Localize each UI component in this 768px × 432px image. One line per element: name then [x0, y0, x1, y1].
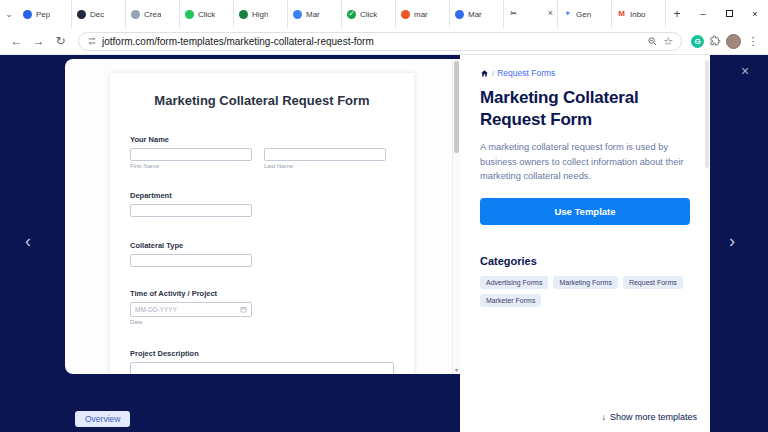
tab-favicon-icon [401, 10, 410, 19]
back-button[interactable]: ← [8, 34, 25, 48]
tab-favicon-icon [455, 10, 464, 19]
breadcrumb-separator: / [492, 69, 494, 78]
extensions-puzzle-icon[interactable] [709, 35, 721, 47]
categories-heading: Categories [480, 255, 690, 267]
browser-tab-deck[interactable]: Dec [72, 0, 126, 28]
first-name-sublabel: First Name [130, 163, 252, 169]
tab-label: Pep [36, 10, 50, 19]
browser-tab-jotform-active[interactable]: ✂ × [504, 0, 558, 28]
browser-tab-gemini[interactable]: ✦ Gen [558, 0, 612, 28]
tab-favicon-gmail-icon: M [617, 10, 626, 19]
window-maximize-button[interactable] [716, 9, 742, 19]
category-tag-advertising-forms[interactable]: Advertising Forms [480, 276, 548, 289]
window-controls: – × [690, 0, 768, 28]
forward-button[interactable]: → [30, 34, 47, 48]
browser-tab-gmail-inbox[interactable]: M Inbo [612, 0, 666, 28]
form-sheet: Marketing Collateral Request Form Your N… [110, 73, 414, 374]
tab-close-icon[interactable]: × [548, 9, 553, 18]
browser-tab-clickup[interactable]: Click [180, 0, 234, 28]
window-close-button[interactable]: × [742, 9, 768, 19]
overview-pill[interactable]: Overview [75, 411, 130, 427]
tab-favicon-scissors-icon: ✂ [509, 10, 518, 19]
tab-favicon-icon [77, 10, 86, 19]
browser-menu-icon[interactable]: ⋮ [746, 35, 760, 48]
tab-favicon-icon [131, 10, 140, 19]
template-description: A marketing collateral request form is u… [480, 140, 694, 183]
your-name-label: Your Name [130, 135, 394, 144]
breadcrumb-request-forms-link[interactable]: Request Forms [497, 68, 555, 78]
down-arrow-icon: ↓ [601, 412, 606, 422]
browser-tab-create[interactable]: Crea [126, 0, 180, 28]
new-tab-button[interactable]: + [666, 0, 688, 28]
browser-tab-marketing-2[interactable]: Mar [450, 0, 504, 28]
use-template-button[interactable]: Use Template [480, 198, 690, 225]
category-tag-marketing-forms[interactable]: Marketing Forms [553, 276, 618, 289]
show-more-label: Show more templates [610, 412, 697, 422]
browser-tab-peppertype[interactable]: Pep [18, 0, 72, 28]
preview-scrollbar[interactable]: ▾ [452, 59, 460, 374]
last-name-input[interactable] [264, 148, 386, 161]
collateral-type-label: Collateral Type [130, 241, 394, 250]
previous-template-chevron-icon[interactable]: ‹ [25, 231, 31, 252]
tab-label: Gen [576, 10, 591, 19]
tab-label: Crea [144, 10, 161, 19]
browser-chrome: ⌄ Pep Dec Crea Click High Mar ✓ Click [0, 0, 768, 55]
tab-search-chevron-icon[interactable]: ⌄ [0, 0, 18, 28]
calendar-icon [240, 306, 247, 313]
collateral-type-input[interactable] [130, 254, 252, 267]
tab-favicon-icon [185, 10, 194, 19]
first-name-input[interactable] [130, 148, 252, 161]
template-details-panel: / Request Forms Marketing Collateral Req… [460, 55, 710, 432]
tab-label: Dec [90, 10, 104, 19]
last-name-sublabel: Last Name [264, 163, 386, 169]
refresh-button[interactable]: ↻ [52, 34, 69, 48]
tab-label: Mar [306, 10, 320, 19]
browser-tab-highlevel[interactable]: High [234, 0, 288, 28]
show-more-templates-button[interactable]: ↓ Show more templates [601, 412, 697, 422]
date-placeholder: MM-DD-YYYY [135, 306, 177, 313]
panel-scrollbar-thumb[interactable] [705, 60, 709, 168]
tab-label: mar [414, 10, 428, 19]
tab-label: Mar [468, 10, 482, 19]
browser-tab-marketing-1[interactable]: Mar [288, 0, 342, 28]
project-description-label: Project Description [130, 349, 394, 358]
tab-favicon-icon [23, 10, 32, 19]
zoom-out-icon[interactable] [647, 36, 658, 47]
form-title: Marketing Collateral Request Form [130, 93, 394, 108]
window-minimize-button[interactable]: – [690, 9, 716, 19]
preview-scrollbar-thumb[interactable] [454, 61, 459, 153]
form-preview-card: Marketing Collateral Request Form Your N… [65, 59, 460, 374]
tab-label: Click [198, 10, 215, 19]
site-info-tune-icon[interactable] [87, 36, 97, 46]
department-input[interactable] [130, 204, 252, 217]
close-icon[interactable]: × [741, 63, 749, 79]
category-tag-marketer-forms[interactable]: Marketer Forms [480, 294, 541, 307]
browser-tab-click-check[interactable]: ✓ Click [342, 0, 396, 28]
home-icon[interactable] [480, 69, 489, 78]
category-tag-request-forms[interactable]: Request Forms [623, 276, 683, 289]
date-sublabel: Date [130, 319, 252, 325]
tab-favicon-sparkle-icon: ✦ [563, 10, 572, 19]
project-description-textarea[interactable] [130, 362, 394, 374]
scroll-down-arrow-icon[interactable]: ▾ [453, 366, 460, 373]
next-template-chevron-icon[interactable]: › [729, 231, 735, 252]
browser-tab-mar[interactable]: mar [396, 0, 450, 28]
tab-label: Click [360, 10, 377, 19]
activity-time-label: Time of Activity / Project [130, 289, 394, 298]
breadcrumb: / Request Forms [480, 68, 690, 78]
date-input[interactable]: MM-DD-YYYY [130, 302, 252, 317]
profile-avatar[interactable] [726, 34, 741, 49]
template-title: Marketing Collateral Request Form [480, 87, 685, 130]
tab-favicon-check-icon: ✓ [347, 10, 356, 19]
url-text[interactable]: jotform.com/form-templates/marketing-col… [102, 36, 642, 47]
tab-favicon-icon [293, 10, 302, 19]
bookmark-star-icon[interactable]: ☆ [663, 35, 673, 48]
tab-label: Inbo [630, 10, 646, 19]
tab-label: High [252, 10, 268, 19]
tab-bar: ⌄ Pep Dec Crea Click High Mar ✓ Click [0, 0, 768, 28]
category-tags: Advertising Forms Marketing Forms Reques… [480, 276, 692, 307]
tab-favicon-icon [239, 10, 248, 19]
address-bar[interactable]: jotform.com/form-templates/marketing-col… [78, 32, 682, 51]
grammarly-extension-icon[interactable]: G [691, 35, 704, 48]
maximize-icon [726, 10, 733, 17]
